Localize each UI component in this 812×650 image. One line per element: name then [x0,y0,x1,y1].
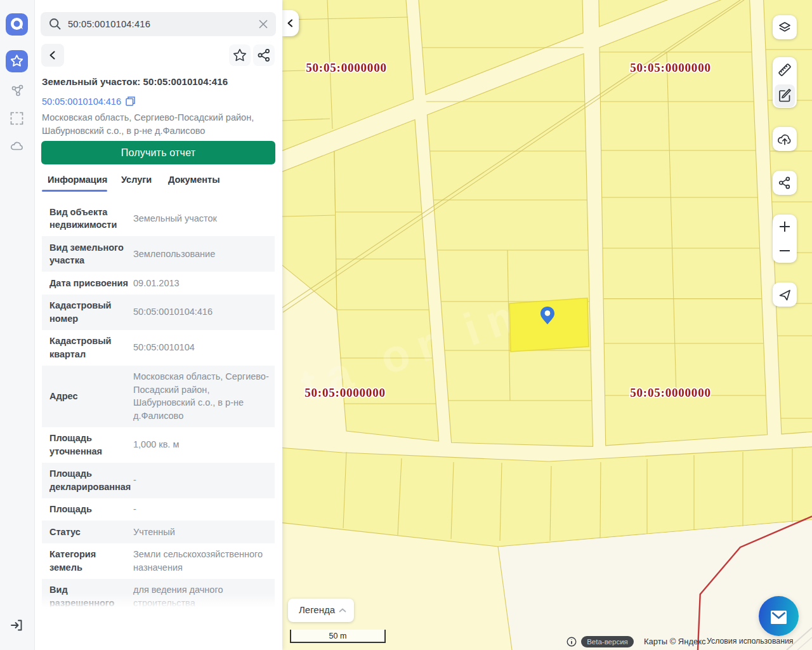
svg-text:50:05:0000000: 50:05:0000000 [630,386,711,399]
svg-text:50:05:0000000: 50:05:0000000 [304,386,386,399]
svg-text:50:05:0000000: 50:05:0000000 [630,61,711,74]
svg-text:50:05:0000000: 50:05:0000000 [306,61,387,74]
